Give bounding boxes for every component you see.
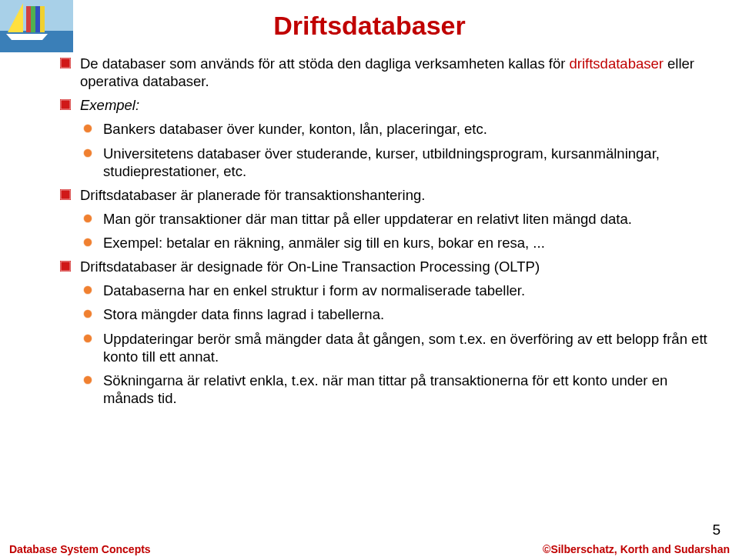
page-number: 5 [712,522,721,538]
bullet-text: Driftsdatabaser är designade för On-Line… [80,258,540,275]
bullet-text: Exempel: [80,97,139,113]
svg-rect-16 [60,189,71,200]
sub-bullet-item: Bankers databaser över kunder, konton, l… [83,120,708,138]
bullet-text: Man gör transaktioner där man tittar på … [103,211,632,227]
bullet-text: Uppdateringar berör små mängder data åt … [103,331,707,365]
sailboat-logo [0,0,73,52]
bullet-item: Driftsdatabaser är planerade för transak… [60,186,708,204]
sub-bullet-item: Databaserna har en enkel struktur i form… [83,282,708,299]
sub-bullet-item: Man gör transaktioner där man tittar på … [83,210,708,228]
sub-bullet-item: Stora mängder data finns lagrad i tabell… [83,305,708,323]
svg-rect-10 [60,99,71,110]
highlight-term: driftsdatabaser [570,55,664,72]
bullet-text: Stora mängder data finns lagrad i tabell… [103,306,384,322]
svg-rect-3 [26,6,31,32]
bullet-text: Exempel: betalar en räkning, anmäler sig… [103,235,545,251]
footer: Database System Concepts ©Silberschatz, … [0,543,739,555]
bullet-text: Driftsdatabaser är planerade för transak… [80,187,425,203]
slide-body: De databaser som används för att stöda d… [0,55,739,407]
bullet-item: De databaser som används för att stöda d… [60,55,708,90]
sub-bullet-item: Universitetens databaser över studerande… [83,145,708,180]
bullet-text: Bankers databaser över kunder, konton, l… [103,121,487,137]
footer-right: ©Silberschatz, Korth and Sudarshan [543,543,730,555]
sub-bullet-item: Exempel: betalar en räkning, anmäler sig… [83,234,708,252]
svg-rect-22 [60,261,71,272]
svg-rect-8 [60,58,71,68]
svg-marker-7 [6,34,48,40]
bullet-item: Driftsdatabaser är designade för On-Line… [60,258,708,275]
sub-bullet-item: Uppdateringar berör små mängder data åt … [83,330,708,365]
bullet-text: Databaserna har en enkel struktur i form… [103,282,525,298]
svg-rect-6 [40,6,45,32]
bullet-text: De databaser som används för att stöda d… [80,55,694,89]
bullet-text: Universitetens databaser över studerande… [103,145,660,179]
bullet-text: Sökningarna är relativt enkla, t.ex. när… [103,372,667,406]
footer-left: Database System Concepts [9,543,151,555]
sub-bullet-item: Sökningarna är relativt enkla, t.ex. när… [83,372,708,407]
bullet-item: Exempel: [60,96,708,114]
svg-rect-4 [31,6,35,32]
slide-title: Driftsdatabaser [0,0,739,55]
svg-rect-5 [35,6,40,32]
